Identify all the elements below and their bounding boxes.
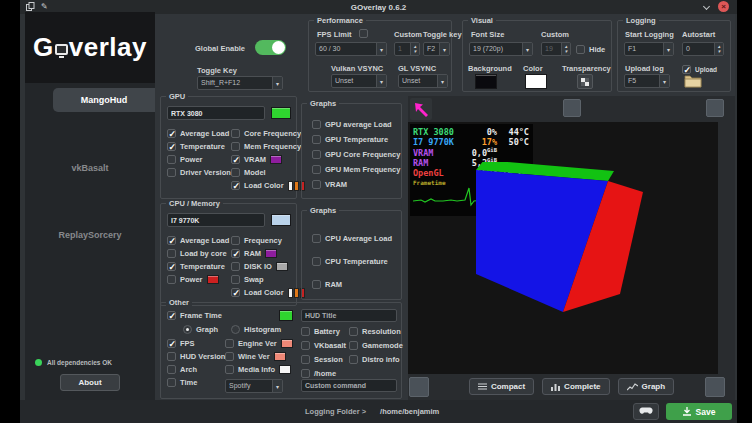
checkbox-distro-info[interactable]: Distro info <box>349 353 399 366</box>
fps-limit-dropdown[interactable]: 60 / 30▾ <box>315 42 387 56</box>
radio-histogram[interactable]: Histogram <box>231 323 281 336</box>
background-color-swatch[interactable] <box>475 74 497 89</box>
logging-folder[interactable]: Logging Folder > /home/benjamim <box>305 407 439 416</box>
checkbox-gpu-average-load[interactable]: GPU average Load <box>312 117 400 132</box>
checkbox-box <box>312 180 321 189</box>
sidebar-tab-vkbasalt[interactable]: vkBasalt <box>25 163 155 173</box>
sidebar-tab-replaysorcery[interactable]: ReplaySorcery <box>25 230 155 240</box>
fps-custom-spinner[interactable]: 1 ▴▾ <box>394 42 420 56</box>
toggle-key-dropdown[interactable]: Shift_R+F12▾ <box>197 76 283 90</box>
checkbox-cpu-average-load[interactable]: CPU Average Load <box>312 227 392 250</box>
color-swatch[interactable] <box>276 262 288 271</box>
radio-graph[interactable]: Graph <box>183 323 218 336</box>
checkbox-gpu-temperature[interactable]: GPU Temperature <box>312 132 400 147</box>
checkbox-average-load[interactable]: Average Load <box>167 127 231 140</box>
font-size-dropdown[interactable]: 19 (720p)▾ <box>469 42 533 56</box>
checkbox-temperature[interactable]: Temperature <box>167 140 231 153</box>
checkbox-frame-time[interactable]: Frame Time <box>167 309 222 322</box>
checkbox-home[interactable]: /home <box>301 367 349 380</box>
checkbox-average-load[interactable]: Average Load <box>167 234 229 247</box>
checkbox-media-info[interactable]: Media Info <box>225 363 293 376</box>
upload-folder-button[interactable] <box>684 74 702 92</box>
color-swatch[interactable] <box>281 339 293 348</box>
checkbox-mem-frequency[interactable]: Mem Frequency <box>231 140 305 153</box>
cpu-color-swatch[interactable] <box>271 214 291 226</box>
color-swatch[interactable] <box>274 352 286 361</box>
position-arrow-button[interactable] <box>410 98 432 120</box>
checkbox-ram[interactable]: RAM <box>312 273 392 296</box>
color-swatch[interactable] <box>270 155 282 164</box>
checkbox-model[interactable]: Model <box>231 166 305 179</box>
autostart-spinner[interactable]: 0 ▴▾ <box>682 42 724 56</box>
preset-compact-button[interactable]: Compact <box>469 378 534 395</box>
hud-title-input[interactable] <box>301 309 397 322</box>
checkbox-frequency[interactable]: Frequency <box>231 234 305 247</box>
about-button[interactable]: About <box>60 374 120 391</box>
checkbox-swap[interactable]: Swap <box>231 273 305 286</box>
color-swatch[interactable] <box>207 275 219 284</box>
checkbox-arch[interactable]: Arch <box>167 363 225 376</box>
gpu-name-input[interactable] <box>167 106 265 120</box>
toggle-key-label: Toggle Key <box>197 66 237 75</box>
checkbox-hide[interactable]: Hide <box>576 43 605 56</box>
media-player-dropdown[interactable]: Spotify▾ <box>225 379 283 393</box>
checkbox-ram[interactable]: RAM <box>231 247 305 260</box>
start-logging-dropdown[interactable]: F1▾ <box>624 42 674 56</box>
fps-limit-checkbox[interactable] <box>359 29 368 38</box>
checkbox-gamemode[interactable]: Gamemode <box>349 339 399 352</box>
checkbox-vram[interactable]: VRAM <box>231 153 305 166</box>
fps-toggle-key-dropdown[interactable]: F2▾ <box>423 42 450 56</box>
sidebar-tab-mangohud[interactable]: MangoHud <box>53 88 155 112</box>
checkbox-vram[interactable]: VRAM <box>312 177 400 192</box>
checkbox-vkbasalt[interactable]: VKbasalt <box>301 339 349 352</box>
color-swatch[interactable] <box>265 249 277 258</box>
checkbox-load-color[interactable]: Load Color <box>231 179 305 192</box>
checkbox-gpu-mem-frequency[interactable]: GPU Mem Frequency <box>312 162 400 177</box>
preset-complete-button[interactable]: Complete <box>542 378 609 395</box>
gpu-color-swatch[interactable] <box>271 107 291 119</box>
checkbox-fps[interactable]: FPS <box>167 337 225 350</box>
checkbox-engine-ver[interactable]: Engine Ver <box>225 337 293 350</box>
font-size-custom-spinner[interactable]: 19 ▴▾ <box>541 42 571 56</box>
custom-command-input[interactable] <box>301 379 397 392</box>
position-top-right-button[interactable] <box>706 99 724 117</box>
position-top-center-button[interactable] <box>563 99 581 117</box>
gpu-graphs-group: Graphs GPU average LoadGPU TemperatureGP… <box>301 103 402 199</box>
status-bar: Logging Folder > /home/benjamim Save <box>20 400 737 423</box>
upload-log-dropdown[interactable]: F5▾ <box>624 74 670 88</box>
checkbox-temperature[interactable]: Temperature <box>167 260 229 273</box>
global-enable-toggle[interactable] <box>255 40 286 55</box>
checkbox-wine-ver[interactable]: Wine Ver <box>225 350 293 363</box>
checkbox-load-color[interactable]: Load Color <box>231 286 305 299</box>
checkbox-resolution[interactable]: Resolution <box>349 325 399 338</box>
frame-time-color-swatch[interactable] <box>279 310 293 321</box>
checkbox-hud-version[interactable]: HUD Version <box>167 350 225 363</box>
checkbox-cpu-temperature[interactable]: CPU Temperature <box>312 250 392 273</box>
checkbox-disk-io[interactable]: DISK IO <box>231 260 305 273</box>
transparency-button[interactable] <box>577 74 593 89</box>
save-button[interactable]: Save <box>666 403 732 420</box>
spinner-arrows-icon: ▴▾ <box>561 43 570 55</box>
checkbox-gpu-core-frequency[interactable]: GPU Core Frequency <box>312 147 400 162</box>
checkbox-label: VRAM <box>325 180 347 189</box>
gl-vsync-dropdown[interactable]: Unset▾ <box>398 74 448 88</box>
cpu-name-input[interactable] <box>167 213 265 227</box>
text-color-swatch[interactable] <box>525 74 547 89</box>
checkbox-power[interactable]: Power <box>167 153 231 166</box>
gpu-graphs-list: GPU average LoadGPU TemperatureGPU Core … <box>312 117 400 192</box>
monitor-icon <box>55 44 68 55</box>
checkbox-core-frequency[interactable]: Core Frequency <box>231 127 305 140</box>
preset-graph-button[interactable]: Graph <box>618 378 675 395</box>
gamepad-button[interactable] <box>633 403 659 420</box>
checkbox-box <box>312 234 321 243</box>
vulkan-vsync-dropdown[interactable]: Unset▾ <box>331 74 387 88</box>
checkbox-time[interactable]: Time <box>167 376 225 389</box>
close-button[interactable]: × <box>718 1 729 12</box>
checkbox-power[interactable]: Power <box>167 273 229 286</box>
checkbox-battery[interactable]: Battery <box>301 325 349 338</box>
checkbox-session[interactable]: Session <box>301 353 349 366</box>
checkbox-load-by-core[interactable]: Load by core <box>167 247 229 260</box>
checkbox-driver-version[interactable]: Driver Version <box>167 166 231 179</box>
chevron-down-icon: ▾ <box>272 77 282 89</box>
color-swatch[interactable] <box>279 365 291 374</box>
